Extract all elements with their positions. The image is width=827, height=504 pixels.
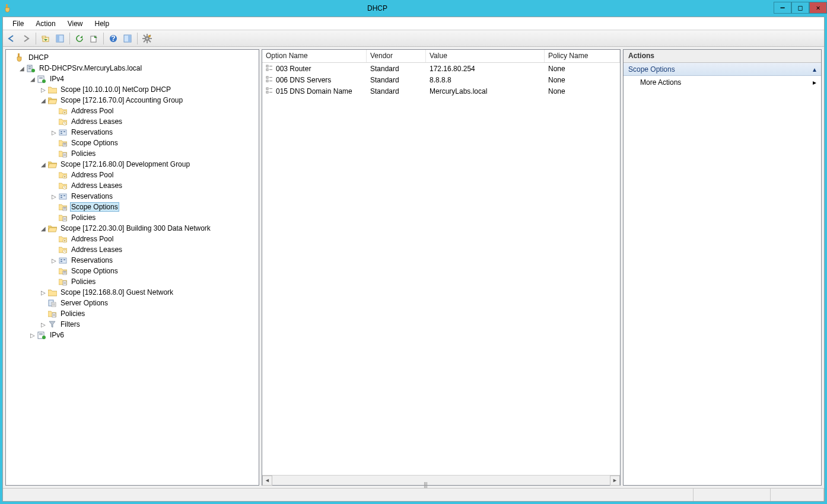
back-button[interactable] bbox=[5, 32, 18, 45]
tree-scope-4[interactable]: ▷Scope [192.168.8.0] Guest Network bbox=[7, 287, 257, 298]
menu-action[interactable]: Action bbox=[31, 18, 60, 29]
menu-file[interactable]: File bbox=[8, 18, 28, 29]
tree-label: Scope [172.20.30.0] Building 300 Data Ne… bbox=[59, 224, 212, 232]
expand-icon[interactable]: ▷ bbox=[28, 332, 37, 339]
svg-rect-41 bbox=[63, 153, 66, 157]
tree-ipv6[interactable]: ▷IPv6 bbox=[7, 330, 257, 340]
status-cell bbox=[694, 489, 771, 501]
tree-scope-1[interactable]: ◢Scope [172.16.70.0] Accounting Group bbox=[7, 95, 257, 106]
tree-root-dhcp[interactable]: DHCP bbox=[7, 52, 257, 63]
cell-policy: None bbox=[545, 87, 620, 96]
tree-scope-3[interactable]: ◢Scope [172.20.30.0] Building 300 Data N… bbox=[7, 223, 257, 234]
tree-label: Scope Options bbox=[70, 139, 119, 147]
tree-label: Scope [172.16.70.0] Accounting Group bbox=[59, 96, 184, 104]
svg-rect-55 bbox=[63, 217, 66, 221]
list-row[interactable]: 015 DNS Domain NameStandardMercuryLabs.l… bbox=[262, 85, 620, 97]
tree-server-icon bbox=[26, 63, 36, 73]
tree-ipv4-policies[interactable]: Policies bbox=[7, 308, 257, 319]
export-button[interactable] bbox=[87, 32, 100, 45]
tree-scope-1-scope-options[interactable]: Scope Options bbox=[7, 138, 257, 148]
tree-scope-2-address-pool[interactable]: Address Pool bbox=[7, 170, 257, 180]
tree-ipv4-filters[interactable]: ▷Filters bbox=[7, 319, 257, 330]
svg-rect-68 bbox=[63, 273, 66, 273]
svg-rect-80 bbox=[39, 333, 43, 334]
svg-rect-63 bbox=[61, 259, 62, 260]
tree-label: Policies bbox=[70, 213, 97, 222]
col-vendor[interactable]: Vendor bbox=[367, 50, 426, 62]
expand-icon[interactable]: ▷ bbox=[50, 257, 58, 264]
menu-help[interactable]: Help bbox=[90, 18, 114, 29]
expand-icon[interactable]: ▷ bbox=[39, 289, 47, 296]
svg-rect-65 bbox=[61, 261, 62, 262]
col-value[interactable]: Value bbox=[426, 50, 545, 62]
collapse-icon[interactable]: ◢ bbox=[39, 225, 47, 232]
svg-rect-81 bbox=[39, 334, 43, 335]
tree-scope-2-scope-options[interactable]: Scope Options bbox=[7, 202, 257, 212]
tree-scope-1-reservations[interactable]: ▷Reservations bbox=[7, 127, 257, 138]
list-row[interactable]: 003 RouterStandard172.16.80.254None bbox=[262, 63, 620, 74]
expand-icon[interactable]: ▷ bbox=[50, 129, 58, 136]
cell-policy: None bbox=[545, 64, 620, 74]
svg-rect-24 bbox=[28, 68, 31, 69]
show-hide-tree-button[interactable] bbox=[53, 32, 66, 45]
tree-label: Address Leases bbox=[70, 117, 123, 126]
tree-scope-2-reservations[interactable]: ▷Reservations bbox=[7, 191, 257, 202]
tree-label: Scope Options bbox=[70, 202, 119, 212]
expand-icon[interactable]: ▷ bbox=[39, 321, 47, 328]
svg-rect-53 bbox=[63, 208, 66, 208]
tree-scope-2-address-pool-icon bbox=[58, 170, 68, 180]
expand-icon[interactable]: ▷ bbox=[50, 193, 58, 200]
tree-server[interactable]: ◢RD-DHCPSrv.MercuryLabs.local bbox=[7, 63, 257, 74]
horizontal-scrollbar[interactable]: ◄ ► bbox=[262, 475, 620, 485]
tree-scope-3-scope-options[interactable]: Scope Options bbox=[7, 266, 257, 276]
col-policy-name[interactable]: Policy Name bbox=[545, 50, 620, 62]
collapse-icon[interactable]: ◢ bbox=[18, 65, 26, 72]
svg-rect-89 bbox=[266, 80, 268, 82]
tree-scope-1-address-leases-icon bbox=[58, 117, 68, 126]
col-option-name[interactable]: Option Name bbox=[262, 50, 367, 62]
tree-scope-1-address-pool[interactable]: Address Pool bbox=[7, 106, 257, 116]
actions-section-scope-options[interactable]: Scope Options ▴ bbox=[624, 63, 821, 76]
list-row[interactable]: 006 DNS ServersStandard8.8.8.8None bbox=[262, 74, 620, 85]
tree-scope-2-address-leases[interactable]: Address Leases bbox=[7, 180, 257, 191]
help-button[interactable]: ? bbox=[107, 32, 120, 45]
scroll-right-button[interactable]: ► bbox=[610, 476, 620, 486]
expand-icon[interactable]: ▷ bbox=[39, 87, 47, 93]
tree-ipv4[interactable]: ◢IPv4 bbox=[7, 74, 257, 84]
tree-scope-0[interactable]: ▷Scope [10.10.10.0] NetCorp DHCP bbox=[7, 84, 257, 95]
actions-more-actions[interactable]: More Actions ▸ bbox=[624, 76, 821, 89]
tree-label: Policies bbox=[59, 310, 86, 318]
collapse-icon[interactable]: ◢ bbox=[28, 76, 37, 82]
tree-scope-3-address-pool[interactable]: Address Pool bbox=[7, 234, 257, 244]
tree-scope-3-address-leases[interactable]: Address Leases bbox=[7, 244, 257, 255]
tree-label: IPv6 bbox=[49, 331, 65, 339]
maximize-button[interactable]: □ bbox=[791, 2, 809, 14]
configure-options-button[interactable] bbox=[141, 32, 154, 45]
close-button[interactable]: ✕ bbox=[809, 2, 827, 14]
status-cell bbox=[771, 489, 824, 501]
collapse-icon[interactable]: ◢ bbox=[39, 161, 47, 168]
tree-scope-2[interactable]: ◢Scope [172.16.80.0] Development Group bbox=[7, 159, 257, 170]
tree-label: Reservations bbox=[70, 192, 114, 200]
minimize-button[interactable]: — bbox=[774, 2, 791, 14]
up-button[interactable] bbox=[39, 32, 52, 45]
tree-scope-2-policies[interactable]: Policies bbox=[7, 212, 257, 223]
svg-rect-9 bbox=[128, 35, 131, 42]
scroll-left-button[interactable]: ◄ bbox=[262, 476, 272, 486]
svg-rect-85 bbox=[266, 69, 268, 71]
tree-scope-1-address-leases[interactable]: Address Leases bbox=[7, 116, 257, 127]
tree-scope-1-scope-options-icon bbox=[58, 138, 68, 148]
tree-ipv4-server-options[interactable]: Server Options bbox=[7, 298, 257, 308]
show-hide-action-pane-button[interactable] bbox=[121, 32, 134, 45]
cell-option: 006 DNS Servers bbox=[276, 76, 331, 84]
tree-scope-3-reservations-icon bbox=[58, 256, 68, 265]
tree-scope-3-reservations[interactable]: ▷Reservations bbox=[7, 255, 257, 266]
tree-scope-1-policies[interactable]: Policies bbox=[7, 148, 257, 159]
menu-view[interactable]: View bbox=[63, 18, 88, 29]
toolbar-separator bbox=[69, 33, 70, 44]
cell-vendor: Standard bbox=[367, 75, 426, 85]
collapse-icon[interactable]: ◢ bbox=[39, 97, 47, 104]
refresh-button[interactable] bbox=[73, 32, 86, 45]
forward-button[interactable] bbox=[20, 32, 33, 45]
tree-scope-3-policies[interactable]: Policies bbox=[7, 276, 257, 287]
